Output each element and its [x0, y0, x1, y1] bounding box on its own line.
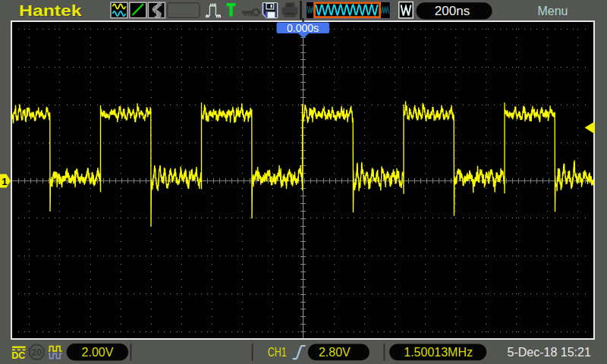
- svg-text:2.00V: 2.00V: [82, 346, 114, 359]
- svg-text:1.50013MHz: 1.50013MHz: [404, 346, 473, 359]
- svg-text:200ns: 200ns: [435, 4, 470, 18]
- svg-text:20: 20: [31, 347, 42, 358]
- svg-text:Hantek: Hantek: [19, 2, 82, 19]
- svg-text:CH1: CH1: [268, 346, 287, 359]
- svg-text:5-Dec-18 15:21: 5-Dec-18 15:21: [508, 346, 591, 359]
- svg-text:DC: DC: [11, 350, 25, 361]
- svg-text:0.000s: 0.000s: [287, 22, 319, 34]
- svg-text:2.80V: 2.80V: [319, 346, 351, 359]
- svg-text:Menu: Menu: [537, 5, 568, 17]
- svg-text:1: 1: [2, 176, 7, 187]
